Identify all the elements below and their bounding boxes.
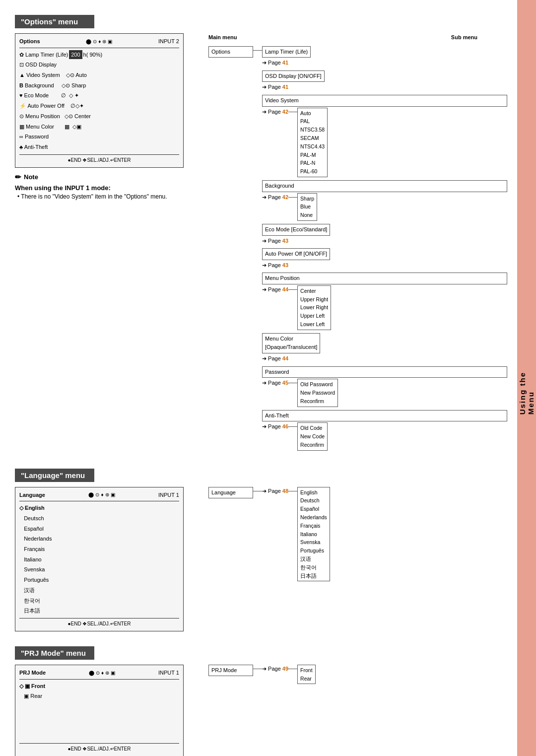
- tree-line-lamp: [253, 50, 262, 51]
- prj-spacer: [19, 701, 179, 741]
- language-osd-input: INPUT 1: [158, 490, 179, 500]
- options-section: "Options" menu Options ⬤ ⊙ ♦ ⊛ ▣: [15, 15, 507, 454]
- lang-row-svenska: Svenska: [19, 564, 179, 575]
- tree-pwd-box: Password: [262, 366, 507, 378]
- tree-prj-item: PRJ Mode ➔ Page 49 FrontRear: [208, 665, 507, 685]
- osd-row-antitheft: ♣ Anti-Theft: [19, 142, 179, 152]
- osd-row-lamp: ✿ Lamp Timer (Life) 200 h( 90%): [19, 50, 179, 60]
- tree-video-page-row: ➔ Page 42 AutoPALNTSC3.58SECAMNTSC4.43PA…: [262, 108, 507, 177]
- tree-pwd-page-row: ➔ Page 45 Old PasswordNew PasswordReconf…: [262, 379, 507, 407]
- tree-bg-col: Background ➔ Page 42 SharpBlueNone: [262, 180, 507, 221]
- tree-language-box: Language: [208, 487, 253, 499]
- tree-language-sub: EnglishDeutschEspañolNederlandsFrançaisI…: [297, 487, 330, 582]
- tree-osd-display: OSD Display [ON/OFF] ➔ Page 41: [262, 70, 507, 92]
- main-menu-label: Main menu: [208, 33, 237, 42]
- tree-menupos-page-row: ➔ Page 44 CenterUpper RightLower RightUp…: [262, 285, 507, 330]
- language-menu-tree: Language ➔ Page 48 EnglishDeutschEspañol…: [208, 487, 507, 582]
- tree-osd-col: OSD Display [ON/OFF] ➔ Page 41: [262, 70, 325, 92]
- tree-bg-page-row: ➔ Page 42 SharpBlueNone: [262, 193, 507, 221]
- tree-language-col: ➔ Page 48: [262, 487, 288, 497]
- tree-menucolor-col: Menu Color[Opaque/Translucent] ➔ Page 44: [262, 333, 320, 363]
- tree-theft-page-row: ➔ Page 46 Old CodeNew CodeReconfirm: [262, 422, 507, 450]
- note-title: ✏ Note: [15, 173, 199, 182]
- sub-menu-label: Sub menu: [451, 33, 477, 42]
- language-osd-footer: ●END ❖SEL./ADJ.↵ENTER: [19, 618, 179, 628]
- lang-row-japanese: 日本語: [19, 606, 179, 616]
- tree-menu-color: Menu Color[Opaque/Translucent] ➔ Page 44: [262, 333, 507, 363]
- lang-row-deutsch: Deutsch: [19, 513, 179, 524]
- tree-bg: Background ➔ Page 42 SharpBlueNone: [262, 180, 507, 221]
- tree-bg-page: ➔ Page 42: [262, 193, 288, 202]
- tree-lamp-page: ➔ Page 41: [262, 59, 311, 68]
- options-header: "Options" menu: [15, 15, 94, 28]
- osd-row-password: ∞ Password: [19, 132, 179, 142]
- tree-eco-box: Eco Mode [Eco/Standard]: [262, 224, 330, 236]
- options-menu-tree: Main menu Sub menu Options Lamp Timer (L…: [208, 33, 507, 451]
- tree-osd-box: OSD Display [ON/OFF]: [262, 70, 325, 82]
- language-osd-title: Language: [19, 490, 45, 500]
- right-tab: Using theMenu: [517, 0, 536, 756]
- prj-section: "PRJ Mode" menu PRJ Mode ⬤ ⊙ ♦ ⊛ ▣: [15, 646, 507, 756]
- options-right-panel: Main menu Sub menu Options Lamp Timer (L…: [208, 33, 507, 454]
- options-osd-footer: ●END ❖SEL./ADJ.↵ENTER: [19, 154, 179, 164]
- tree-menupos-col: Menu Position ➔ Page 44 CenterUpper Righ…: [262, 273, 507, 330]
- options-osd-title: Options: [19, 37, 40, 46]
- note-body: • There is no "Video System" item in the…: [17, 193, 199, 200]
- tree-language-item: Language ➔ Page 48 EnglishDeutschEspañol…: [208, 487, 507, 582]
- prj-left-panel: PRJ Mode ⬤ ⊙ ♦ ⊛ ▣ INPUT 1 ◇ ▣ Fron: [15, 665, 199, 756]
- tree-video: Video System ➔ Page 42 AutoPALNTSC3.58SE…: [262, 95, 507, 177]
- options-osd-header: Options ⬤ ⊙ ♦ ⊛ ▣ INPUT 2: [19, 37, 179, 48]
- tree-menupos-page: ➔ Page 44: [262, 285, 288, 294]
- prj-osd-box: PRJ Mode ⬤ ⊙ ♦ ⊛ ▣ INPUT 1 ◇ ▣ Fron: [15, 665, 184, 756]
- prj-osd-title: PRJ Mode: [19, 668, 46, 678]
- language-right-panel: Language ➔ Page 48 EnglishDeutschEspañol…: [208, 487, 507, 631]
- lang-row-espanol: Español: [19, 524, 179, 534]
- tree-theft-col: Anti-Theft ➔ Page 46 Old CodeNew CodeRec…: [262, 410, 507, 451]
- tree-video-sub: AutoPALNTSC3.58SECAMNTSC4.43PAL-MPAL-NPA…: [297, 108, 328, 177]
- note-icon: ✏: [15, 173, 21, 182]
- tree-bg-box: Background: [262, 180, 507, 192]
- prj-osd-icons: ⬤ ⊙ ♦ ⊛ ▣: [89, 669, 115, 677]
- language-osd-header: Language ⬤ ⊙ ♦ ⊛ ▣ INPUT 1: [19, 490, 179, 502]
- tree-theft-sub: Old CodeNew CodeReconfirm: [297, 422, 328, 450]
- lang-row-francais: Français: [19, 544, 179, 554]
- lang-row-portugues: Português: [19, 575, 179, 585]
- tree-menucolor-page: ➔ Page 44: [262, 354, 320, 363]
- note-section: ✏ Note When using the INPUT 1 mode: • Th…: [15, 173, 199, 200]
- tree-theft-box: Anti-Theft: [262, 410, 507, 422]
- note-subheading: When using the INPUT 1 mode:: [15, 184, 199, 192]
- osd-row-menu-pos: ⊙ Menu Position ◇⊙ Center: [19, 111, 179, 122]
- tree-prj-page: ➔ Page 49: [262, 665, 288, 674]
- lang-row-italiano: Italiano: [19, 554, 179, 565]
- tree-options-lamp: Options Lamp Timer (Life) ➔ Page 41: [208, 46, 507, 68]
- lang-row-chinese: 汉语: [19, 585, 179, 596]
- tree-eco-page: ➔ Page 43: [262, 237, 330, 246]
- options-osd-input: INPUT 2: [158, 37, 179, 46]
- tree-osd-page: ➔ Page 41: [262, 83, 325, 92]
- osd-row-menu-color: ▦ Menu Color ▦ ◇▣: [19, 122, 179, 132]
- prj-right-panel: PRJ Mode ➔ Page 49 FrontRear: [208, 665, 507, 756]
- tree-menucolor-box: Menu Color[Opaque/Translucent]: [262, 333, 320, 353]
- prj-row-front: ◇ ▣ Front: [19, 681, 179, 691]
- prj-header: "PRJ Mode" menu: [15, 646, 94, 660]
- prj-osd-footer: ●END ❖SEL./ADJ.↵ENTER: [19, 743, 179, 753]
- prj-osd-input: INPUT 1: [158, 668, 179, 678]
- tree-password: Password ➔ Page 45 Old PasswordNew Passw…: [262, 366, 507, 407]
- osd-row-bg: B Background ◇⊙ Sharp: [19, 80, 179, 91]
- main-content: "Options" menu Options ⬤ ⊙ ♦ ⊛ ▣: [0, 0, 517, 756]
- options-osd-box: Options ⬤ ⊙ ♦ ⊛ ▣ INPUT 2 ✿ Lamp Ti: [15, 33, 184, 168]
- language-header: "Language" menu: [15, 469, 94, 482]
- tree-auto-box: Auto Power Off [ON/OFF]: [262, 248, 330, 260]
- prj-osd-header: PRJ Mode ⬤ ⊙ ♦ ⊛ ▣ INPUT 1: [19, 668, 179, 680]
- tree-language-page: ➔ Page 48: [262, 487, 288, 496]
- osd-row-osd: ⊡ OSD Display: [19, 60, 179, 70]
- prj-row-rear: ▣ Rear: [19, 691, 179, 701]
- tree-prj-sub: FrontRear: [297, 665, 316, 685]
- tree-auto-col: Auto Power Off [ON/OFF] ➔ Page 43: [262, 248, 330, 270]
- tree-lamp-box: Lamp Timer (Life): [262, 46, 311, 58]
- lang-row-nederlands: Nederlands: [19, 534, 179, 544]
- tree-eco: Eco Mode [Eco/Standard] ➔ Page 43: [262, 224, 507, 245]
- osd-row-eco: ♥ Eco Mode ∅ ◇ ✦: [19, 90, 179, 101]
- tree-bg-sub: SharpBlueNone: [297, 193, 317, 221]
- tree-prj-col: ➔ Page 49: [262, 665, 288, 675]
